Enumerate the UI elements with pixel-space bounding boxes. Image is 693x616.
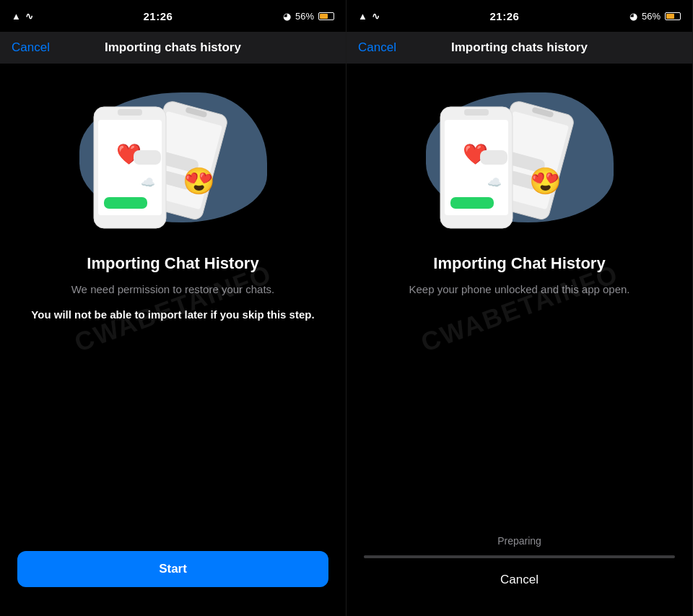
illustration-2: ❤️ ☁️ 😍 — [411, 78, 628, 237]
cancel-text-2[interactable]: Cancel — [500, 573, 539, 587]
battery-pct-1: 56% — [295, 11, 314, 22]
nav-bar-2: Cancel Importing chats history — [346, 32, 692, 64]
status-bar-2: ▲ ∿ 21:26 ◕ 56% — [346, 0, 692, 32]
status-bar-1: ▲ ∿ 21:26 ◕ 56% — [0, 0, 346, 32]
screen-2: ▲ ∿ 21:26 ◕ 56% Cancel Importing chats h… — [346, 0, 693, 616]
cancel-button-1[interactable]: Cancel — [12, 40, 50, 55]
progress-area: Preparing Cancel — [346, 535, 692, 616]
bottom-area-1: Start — [0, 551, 346, 616]
status-right-1: ◕ 56% — [283, 11, 334, 22]
svg-rect-7 — [118, 109, 142, 116]
progress-bar-container — [364, 555, 675, 558]
battery-icon-2 — [665, 12, 681, 20]
svg-text:😍: 😍 — [528, 165, 561, 196]
status-left-2: ▲ ∿ — [358, 11, 380, 22]
content-2: ❤️ ☁️ 😍 Importing Chat History Keep your… — [346, 64, 692, 616]
nav-title-2: Importing chats history — [451, 40, 588, 55]
progress-bar-fill — [364, 555, 628, 558]
wifi-icon-2: ∿ — [372, 11, 380, 22]
description-2: Keep your phone unlocked and this app op… — [409, 282, 629, 298]
signal-icon: ▲ — [12, 11, 21, 22]
start-button[interactable]: Start — [17, 551, 328, 587]
svg-text:😍: 😍 — [182, 165, 214, 196]
status-time-1: 21:26 — [143, 10, 173, 22]
svg-rect-8 — [104, 197, 147, 209]
phones-svg-1: ❤️ ☁️ 😍 — [72, 85, 274, 237]
cancel-button-2[interactable]: Cancel — [358, 40, 396, 55]
nav-title-1: Importing chats history — [105, 40, 241, 55]
wifi-icon: ∿ — [25, 11, 33, 22]
svg-text:☁️: ☁️ — [141, 175, 155, 189]
heading-2: Importing Chat History — [433, 254, 605, 273]
location-icon: ◕ — [283, 11, 291, 22]
svg-text:☁️: ☁️ — [487, 175, 502, 189]
location-icon-2: ◕ — [629, 11, 637, 22]
description-1: We need permission to restore your chats… — [71, 282, 275, 298]
svg-rect-21 — [450, 197, 494, 209]
illustration-1: ❤️ ☁️ 😍 — [65, 78, 282, 237]
svg-rect-11 — [134, 150, 161, 165]
phones-svg-2: ❤️ ☁️ 😍 — [419, 85, 621, 237]
preparing-label: Preparing — [497, 535, 541, 547]
nav-bar-1: Cancel Importing chats history — [0, 32, 346, 64]
warning-text-1: You will not be able to import later if … — [31, 307, 314, 324]
signal-icon-2: ▲ — [358, 11, 367, 22]
status-time-2: 21:26 — [489, 10, 519, 22]
svg-rect-24 — [480, 150, 507, 165]
svg-rect-20 — [464, 109, 489, 116]
battery-pct-2: 56% — [642, 11, 661, 22]
screen-1: ▲ ∿ 21:26 ◕ 56% Cancel Importing chats h… — [0, 0, 346, 616]
status-right-2: ◕ 56% — [629, 11, 681, 22]
content-1: ❤️ ☁️ 😍 Importing Chat History We need p… — [0, 64, 346, 616]
heading-1: Importing Chat History — [87, 254, 258, 273]
battery-icon-1 — [318, 12, 334, 20]
status-left-1: ▲ ∿ — [12, 11, 33, 22]
